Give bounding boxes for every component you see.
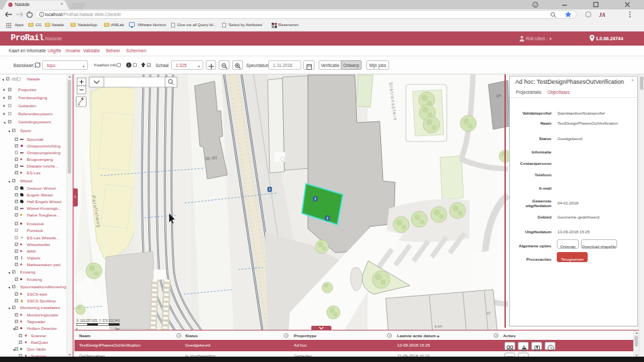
svg-text:1A-: 1A- (496, 93, 502, 98)
svg-text:6-6A: 6-6A (435, 324, 443, 328)
svg-text:X: 110.257.025, Y: 573.322.043: X: 110.257.025, Y: 573.322.043 (76, 319, 120, 322)
svg-text:JA: JA (598, 12, 606, 18)
svg-text:10: 10 (486, 311, 490, 315)
svg-text:i: i (41, 12, 42, 17)
